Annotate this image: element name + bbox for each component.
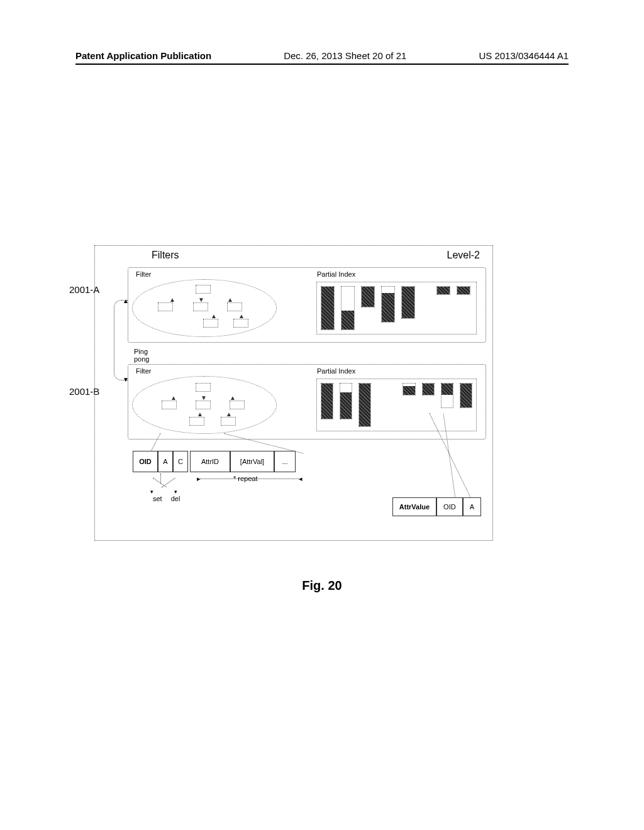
tree-arrow-icon: ▲ bbox=[227, 296, 233, 303]
record-row: OID A C AttrID [AttrVal] ... bbox=[133, 451, 296, 472]
del-label: del bbox=[171, 495, 180, 502]
tree-arrow-icon: ▼ bbox=[198, 296, 204, 303]
record-cell-attrval: [AttrVal] bbox=[230, 451, 274, 472]
repeat-bar bbox=[198, 479, 299, 479]
tree-node bbox=[189, 417, 204, 426]
tree-node bbox=[193, 302, 208, 311]
attr-value-row: AttrValue OID A bbox=[392, 497, 481, 516]
tree-arrow-icon: ▼ bbox=[201, 394, 207, 401]
figure-caption: Fig. 20 bbox=[0, 578, 644, 593]
header-patent-number: US 2013/0346444 A1 bbox=[479, 50, 569, 61]
pong-text: pong bbox=[134, 355, 149, 363]
partial-index-box-b bbox=[316, 379, 477, 431]
tree-node bbox=[196, 285, 211, 294]
filter-oval-b: ▲ ▼ ▲ ▲ ▲ bbox=[132, 376, 277, 434]
partial-index-label-b: Partial Index bbox=[317, 367, 355, 375]
connector-line bbox=[153, 478, 167, 488]
repeat-arrow-right-icon: ◂ bbox=[299, 475, 303, 483]
record-cell-a: A bbox=[158, 451, 173, 472]
attr-cell-a: A bbox=[463, 497, 481, 516]
tree-node bbox=[196, 383, 211, 392]
tree-arrow-icon: ▲ bbox=[211, 313, 217, 319]
index-column bbox=[401, 286, 415, 319]
tree-node bbox=[196, 401, 211, 409]
index-column bbox=[402, 383, 415, 396]
page-header: Patent Application Publication Dec. 26, … bbox=[75, 50, 569, 65]
panel-2001-b: Filter Partial Index ▲ ▼ ▲ ▲ ▲ bbox=[128, 364, 486, 440]
index-column bbox=[358, 383, 371, 427]
repeat-label-group: ▸ * repeat ◂ bbox=[233, 475, 258, 482]
tree-arrow-icon: ▲ bbox=[238, 313, 245, 319]
ping-pong-label: Ping pong bbox=[134, 348, 149, 363]
partial-index-label-a: Partial Index bbox=[317, 270, 355, 278]
header-date-sheet: Dec. 26, 2013 Sheet 20 of 21 bbox=[284, 50, 406, 61]
record-cell-attrid: AttrID bbox=[190, 451, 230, 472]
index-column bbox=[340, 383, 352, 419]
filter-oval-a: ▲ ▼ ▲ ▲ ▲ bbox=[132, 279, 277, 337]
index-column bbox=[441, 383, 453, 408]
partial-index-box-a bbox=[316, 282, 477, 335]
arrow-down-icon: ▾ bbox=[174, 489, 177, 495]
index-column bbox=[460, 383, 472, 408]
tree-node bbox=[158, 302, 173, 311]
attr-cell-oid: OID bbox=[436, 497, 463, 516]
connector-line bbox=[160, 473, 161, 484]
tree-node bbox=[227, 302, 242, 311]
set-del-labels: set del bbox=[153, 495, 180, 502]
index-column bbox=[381, 286, 395, 323]
filters-heading: Filters bbox=[152, 250, 179, 261]
index-column bbox=[457, 286, 470, 295]
arrow-down-icon: ▾ bbox=[150, 489, 153, 495]
index-column bbox=[436, 286, 450, 295]
filter-label-b: Filter bbox=[136, 367, 151, 375]
index-column bbox=[341, 286, 355, 330]
connector-line bbox=[162, 478, 175, 488]
ping-text: Ping bbox=[134, 348, 149, 355]
diagram-top-labels: Filters Level-2 bbox=[95, 250, 492, 261]
set-label: set bbox=[153, 495, 162, 502]
ping-pong-curve: ▲ ▼ bbox=[114, 300, 128, 380]
tree-arrow-icon: ▲ bbox=[226, 411, 232, 418]
tree-arrow-icon: ▲ bbox=[170, 394, 177, 401]
index-column bbox=[361, 286, 375, 307]
tree-node bbox=[162, 401, 177, 409]
record-cell-oid: OID bbox=[133, 451, 158, 472]
diagram-frame: Filters Level-2 ▲ ▼ Ping pong Filter Par… bbox=[94, 245, 493, 541]
filter-label-a: Filter bbox=[136, 270, 151, 278]
attr-cell-attrvalue: AttrValue bbox=[392, 497, 436, 516]
tree-arrow-icon: ▲ bbox=[169, 296, 175, 303]
record-cell-etc: ... bbox=[274, 451, 296, 472]
tree-node bbox=[203, 319, 218, 328]
tree-arrow-icon: ▲ bbox=[197, 411, 203, 418]
header-publication: Patent Application Publication bbox=[75, 50, 211, 61]
tree-arrow-icon: ▲ bbox=[230, 394, 236, 401]
index-column bbox=[422, 383, 435, 396]
panel-2001-a: Filter Partial Index ▲ ▼ ▲ ▲ ▲ bbox=[128, 267, 486, 343]
index-column bbox=[321, 383, 333, 419]
tree-node bbox=[230, 401, 245, 409]
record-cell-c: C bbox=[173, 451, 188, 472]
tree-node bbox=[233, 319, 248, 328]
level-2-heading: Level-2 bbox=[447, 250, 485, 261]
index-column bbox=[321, 286, 335, 330]
tree-node bbox=[221, 417, 236, 426]
